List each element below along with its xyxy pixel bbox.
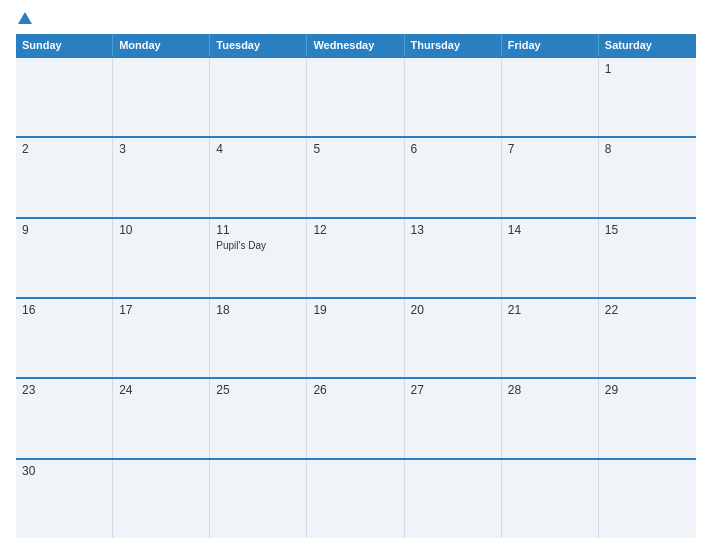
day-number: 9 xyxy=(22,223,29,237)
day-number: 20 xyxy=(411,303,424,317)
day-number: 1 xyxy=(605,62,612,76)
calendar-cell xyxy=(307,58,404,136)
day-number: 6 xyxy=(411,142,418,156)
calendar-cell: 25 xyxy=(210,379,307,457)
day-number: 23 xyxy=(22,383,35,397)
calendar-cell: 1 xyxy=(599,58,696,136)
day-number: 30 xyxy=(22,464,35,478)
calendar-cell xyxy=(599,460,696,538)
calendar-cell: 19 xyxy=(307,299,404,377)
calendar-cell: 11Pupil's Day xyxy=(210,219,307,297)
week-row-3: 16171819202122 xyxy=(16,297,696,377)
calendar-cell: 13 xyxy=(405,219,502,297)
calendar-cell xyxy=(502,58,599,136)
event-label: Pupil's Day xyxy=(216,239,266,252)
header-tuesday: Tuesday xyxy=(210,34,307,56)
calendar-body: 1234567891011Pupil's Day1213141516171819… xyxy=(16,56,696,538)
day-number: 14 xyxy=(508,223,521,237)
header-saturday: Saturday xyxy=(599,34,696,56)
week-row-2: 91011Pupil's Day12131415 xyxy=(16,217,696,297)
calendar-cell xyxy=(16,58,113,136)
day-number: 29 xyxy=(605,383,618,397)
week-row-0: 1 xyxy=(16,56,696,136)
day-number: 3 xyxy=(119,142,126,156)
calendar-cell: 20 xyxy=(405,299,502,377)
header-sunday: Sunday xyxy=(16,34,113,56)
day-number: 19 xyxy=(313,303,326,317)
calendar-cell: 6 xyxy=(405,138,502,216)
calendar-cell xyxy=(405,460,502,538)
header-monday: Monday xyxy=(113,34,210,56)
day-number: 5 xyxy=(313,142,320,156)
header xyxy=(16,12,696,26)
calendar-cell: 16 xyxy=(16,299,113,377)
day-number: 13 xyxy=(411,223,424,237)
week-row-4: 23242526272829 xyxy=(16,377,696,457)
calendar-cell: 30 xyxy=(16,460,113,538)
calendar-cell: 18 xyxy=(210,299,307,377)
day-number: 7 xyxy=(508,142,515,156)
calendar-cell: 5 xyxy=(307,138,404,216)
day-number: 15 xyxy=(605,223,618,237)
calendar-cell xyxy=(405,58,502,136)
day-number: 10 xyxy=(119,223,132,237)
calendar-cell: 2 xyxy=(16,138,113,216)
calendar-cell: 28 xyxy=(502,379,599,457)
day-number: 12 xyxy=(313,223,326,237)
day-number: 24 xyxy=(119,383,132,397)
day-number: 25 xyxy=(216,383,229,397)
logo xyxy=(16,12,32,26)
calendar: Sunday Monday Tuesday Wednesday Thursday… xyxy=(16,34,696,538)
calendar-cell: 22 xyxy=(599,299,696,377)
day-number: 28 xyxy=(508,383,521,397)
day-number: 18 xyxy=(216,303,229,317)
day-number: 27 xyxy=(411,383,424,397)
week-row-5: 30 xyxy=(16,458,696,538)
calendar-page: Sunday Monday Tuesday Wednesday Thursday… xyxy=(0,0,712,550)
calendar-cell: 14 xyxy=(502,219,599,297)
calendar-cell: 27 xyxy=(405,379,502,457)
day-number: 22 xyxy=(605,303,618,317)
logo-triangle-icon xyxy=(18,12,32,24)
calendar-cell xyxy=(502,460,599,538)
calendar-header: Sunday Monday Tuesday Wednesday Thursday… xyxy=(16,34,696,56)
calendar-cell: 4 xyxy=(210,138,307,216)
header-wednesday: Wednesday xyxy=(307,34,404,56)
calendar-cell xyxy=(113,460,210,538)
calendar-cell: 29 xyxy=(599,379,696,457)
header-thursday: Thursday xyxy=(405,34,502,56)
calendar-cell xyxy=(210,460,307,538)
calendar-cell: 24 xyxy=(113,379,210,457)
day-number: 26 xyxy=(313,383,326,397)
day-number: 2 xyxy=(22,142,29,156)
day-number: 17 xyxy=(119,303,132,317)
day-number: 16 xyxy=(22,303,35,317)
day-number: 4 xyxy=(216,142,223,156)
calendar-cell: 26 xyxy=(307,379,404,457)
calendar-cell: 15 xyxy=(599,219,696,297)
calendar-cell: 23 xyxy=(16,379,113,457)
calendar-cell: 7 xyxy=(502,138,599,216)
day-number: 21 xyxy=(508,303,521,317)
calendar-cell: 21 xyxy=(502,299,599,377)
calendar-cell xyxy=(307,460,404,538)
week-row-1: 2345678 xyxy=(16,136,696,216)
calendar-cell xyxy=(113,58,210,136)
calendar-cell: 9 xyxy=(16,219,113,297)
header-friday: Friday xyxy=(502,34,599,56)
calendar-cell: 10 xyxy=(113,219,210,297)
calendar-cell: 8 xyxy=(599,138,696,216)
calendar-cell: 3 xyxy=(113,138,210,216)
day-number: 11 xyxy=(216,223,229,237)
calendar-cell: 17 xyxy=(113,299,210,377)
calendar-cell xyxy=(210,58,307,136)
calendar-cell: 12 xyxy=(307,219,404,297)
day-number: 8 xyxy=(605,142,612,156)
